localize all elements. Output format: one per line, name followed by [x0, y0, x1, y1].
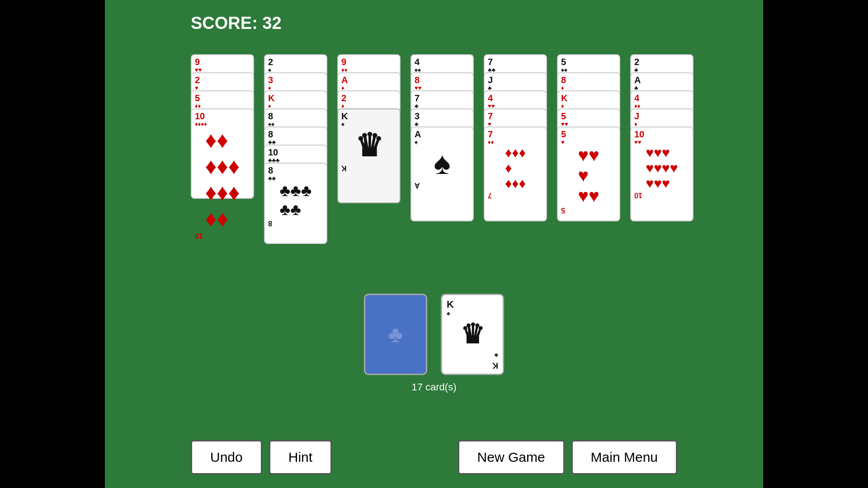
top-card[interactable]: K ♣ ♛ K♣ — [441, 294, 504, 375]
button-bar: Undo Hint New Game Main Menu — [105, 440, 763, 474]
hint-button[interactable]: Hint — [269, 440, 332, 474]
card-as[interactable]: A♠ ♠ A — [410, 127, 474, 221]
undo-button[interactable]: Undo — [191, 440, 262, 474]
column-5[interactable]: 5♠♠ 8♦ K♦ 5♥♥ 5♥ ♥♥♥♥♥ 5 — [557, 54, 620, 244]
card-8c-2[interactable]: 8♣♣ ♣♣♣♣♣ 8 — [264, 163, 327, 244]
score-display: SCORE: 32 — [191, 14, 282, 33]
deck-count: 17 card(s) — [389, 381, 479, 393]
left-buttons: Undo Hint — [191, 440, 332, 474]
column-6[interactable]: 2♣ A♣ 4♦♦ J♦ 10♥♥ ♥♥♥♥♥♥♥♥♥♥ 10 — [630, 54, 693, 244]
card-ks[interactable]: K♠ ♛ K — [337, 108, 401, 203]
card-5h2[interactable]: 5♥ ♥♥♥♥♥ 5 — [557, 127, 620, 221]
column-0[interactable]: 9 ♥♥ 2 ♥ 5 ♦♦ 10 ♦♦♦♦ ♦♦♦♦ — [191, 54, 254, 244]
deck-pile[interactable]: ♣ — [364, 294, 427, 375]
new-game-button[interactable]: New Game — [458, 440, 565, 474]
tableau: 9 ♥♥ 2 ♥ 5 ♦♦ 10 ♦♦♦♦ ♦♦♦♦ — [191, 54, 693, 244]
main-menu-button[interactable]: Main Menu — [571, 440, 677, 474]
card-10h[interactable]: 10♥♥ ♥♥♥♥♥♥♥♥♥♥ 10 — [630, 127, 693, 221]
column-3[interactable]: 4♠♠ 8♥♥ 7♣ 3♣ A♠ ♠ A — [410, 54, 474, 244]
column-4[interactable]: 7♣♣ J♣ 4♥♥ 7♥ 7♦♦ ♦♦♦♦♦♦♦ 7 — [484, 54, 547, 244]
card-10d[interactable]: 10 ♦♦♦♦ ♦♦♦♦♦♦♦♦♦♦ 10 — [191, 108, 254, 199]
card-7d[interactable]: 7♦♦ ♦♦♦♦♦♦♦ 7 — [484, 127, 547, 221]
bottom-area: ♣ K ♣ ♛ K♣ — [105, 294, 763, 375]
column-2[interactable]: 9♦♦ A♦ 2♦ K♠ ♛ K — [337, 54, 401, 244]
game-area: SCORE: 32 9 ♥♥ 2 ♥ 5 ♦♦ — [105, 0, 763, 488]
right-buttons: New Game Main Menu — [458, 440, 677, 474]
column-1[interactable]: 2♠ 3♦ K♦ 8♠♠ 8♣♣ 10♣♣♣ 8♣♣ — [264, 54, 327, 244]
